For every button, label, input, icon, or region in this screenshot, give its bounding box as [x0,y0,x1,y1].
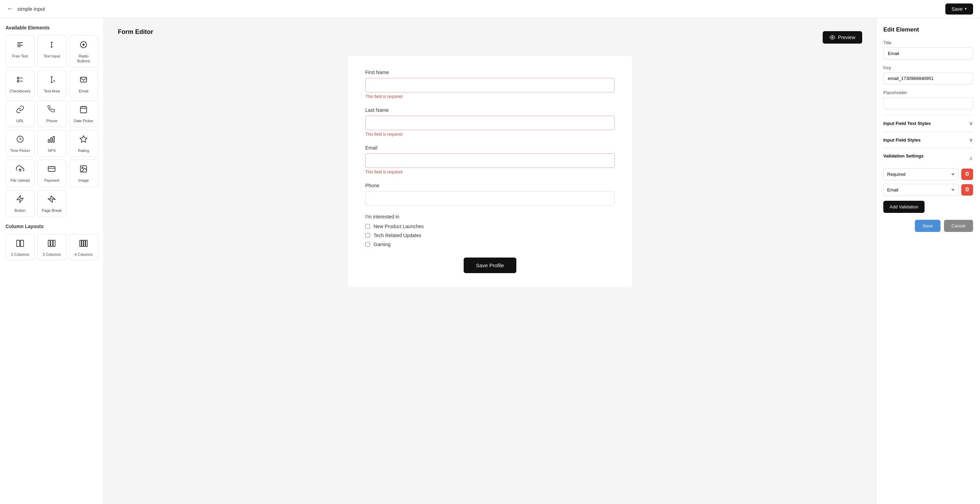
svg-rect-28 [51,240,53,246]
element-phone[interactable]: Phone [37,100,67,127]
validation-collapse-icon: ∧ [969,155,973,162]
svg-marker-19 [80,136,87,142]
key-field-input[interactable] [883,72,973,84]
input-field-text-styles-header[interactable]: Input Field Text Styles ∨ [883,120,973,127]
save-top-label: Save [951,6,963,12]
save-profile-button[interactable]: Save Profile [464,258,517,273]
element-page-break[interactable]: Page Break [37,190,67,217]
field-last-name-input[interactable] [365,116,615,130]
element-text-area-label: Text Area [44,89,60,94]
delete-required-button[interactable] [961,169,973,180]
image-icon [80,165,88,175]
element-image-label: Image [78,178,89,183]
svg-rect-31 [82,240,84,246]
validation-row-email: Email [883,184,973,196]
element-text-area[interactable]: Text Area [37,70,67,97]
title-field-label: Title [883,40,973,45]
form-editor: Form Editor Preview First Name This fiel… [104,18,876,504]
element-checkboxes-label: Checkboxes [10,89,31,94]
column-2[interactable]: 2 Columns [6,234,35,260]
svg-point-24 [82,167,83,169]
column-2-label: 2 Columns [11,252,29,257]
checkbox-gaming-input[interactable] [365,242,370,247]
svg-rect-26 [21,240,24,246]
placeholder-field-group: Placeholder [883,90,973,109]
svg-rect-11 [80,106,87,113]
element-rating-label: Rating [78,148,89,153]
element-radio-buttons[interactable]: Radio Buttons [69,35,98,68]
add-validation-button[interactable]: Add Validation [883,201,924,213]
field-last-name-label: Last Name [365,107,615,113]
title-field-input[interactable] [883,48,973,60]
element-date-picker[interactable]: Date Picker [69,100,98,127]
element-email-label: Email [79,89,88,94]
element-text-input[interactable]: Text Input [37,35,67,68]
element-nps-label: NPS [48,148,56,153]
checkbox-tech-related-updates: Tech Related Updates [365,233,615,238]
field-last-name-error: This field is required [365,132,615,137]
element-nps[interactable]: NPS [37,130,67,157]
element-file-upload[interactable]: File Upload [6,160,35,187]
element-checkboxes[interactable]: Checkboxes [6,70,35,97]
field-email-input[interactable] [365,153,615,168]
column-4[interactable]: 4 Columns [69,234,98,260]
field-first-name-input[interactable] [365,78,615,92]
svg-rect-18 [53,136,54,142]
topbar-left: ← simple input [7,5,45,13]
page-break-icon [48,195,56,205]
checkbox-new-product-launches: New Product Launches [365,223,615,229]
element-payment-label: Payment [45,178,59,183]
svg-rect-16 [48,139,49,142]
delete-email-button[interactable] [961,184,973,196]
text-area-icon [48,76,56,86]
svg-rect-29 [53,240,56,246]
element-rating[interactable]: Rating [69,130,98,157]
element-button[interactable]: Button [6,190,35,217]
element-image[interactable]: Image [69,160,98,187]
checkbox-tech-related-updates-input[interactable] [365,233,370,238]
column-layouts-title: Column Layouts [6,223,98,229]
panel-save-button[interactable]: Save [915,220,940,232]
validation-email-select[interactable]: Email [883,184,959,196]
panel-actions: Save Cancel [883,220,973,232]
right-panel: Edit Element Title Key Placeholder Input… [876,18,980,504]
input-field-styles-section: Input Field Styles ∨ [883,132,973,148]
preview-button[interactable]: Preview [822,31,862,44]
element-phone-label: Phone [46,118,57,123]
element-date-picker-label: Date Picker [74,118,94,123]
available-elements-title: Available Elements [6,25,98,30]
preview-button-label: Preview [838,35,855,40]
left-sidebar: Available Elements Free Text Text Input [0,18,104,504]
element-page-break-label: Page Break [42,208,62,213]
svg-rect-10 [80,77,87,82]
free-text-icon [16,41,24,51]
validation-required-select[interactable]: Required [883,168,959,180]
input-field-styles-header[interactable]: Input Field Styles ∨ [883,137,973,143]
field-phone-input[interactable] [365,191,615,206]
trash-icon-2 [965,187,970,192]
element-email[interactable]: Email [69,70,98,97]
field-email-error: This field is required [365,170,615,174]
panel-cancel-button[interactable]: Cancel [944,220,973,232]
form-editor-title: Form Editor [118,29,153,36]
radio-buttons-icon [80,41,88,51]
checkbox-new-product-launches-input[interactable] [365,224,370,229]
element-url[interactable]: URL [6,100,35,127]
element-free-text-label: Free Text [12,54,28,59]
trash-icon [965,171,970,176]
svg-rect-25 [17,240,20,246]
button-icon [16,195,24,205]
placeholder-field-input[interactable] [883,97,973,109]
element-free-text[interactable]: Free Text [6,35,35,68]
element-time-picker[interactable]: Time Picker [6,130,35,157]
back-button[interactable]: ← [7,5,13,13]
element-button-label: Button [14,208,25,213]
column-3-label: 3 Columns [43,252,61,257]
date-picker-icon [80,105,88,116]
field-phone: Phone [365,183,615,206]
url-icon [16,105,24,116]
save-top-button[interactable]: Save ▾ [945,3,973,14]
column-3[interactable]: 3 Columns [37,234,67,260]
checkbox-group: I'm interested in New Product Launches T… [365,214,615,247]
element-payment[interactable]: Payment [37,160,67,187]
